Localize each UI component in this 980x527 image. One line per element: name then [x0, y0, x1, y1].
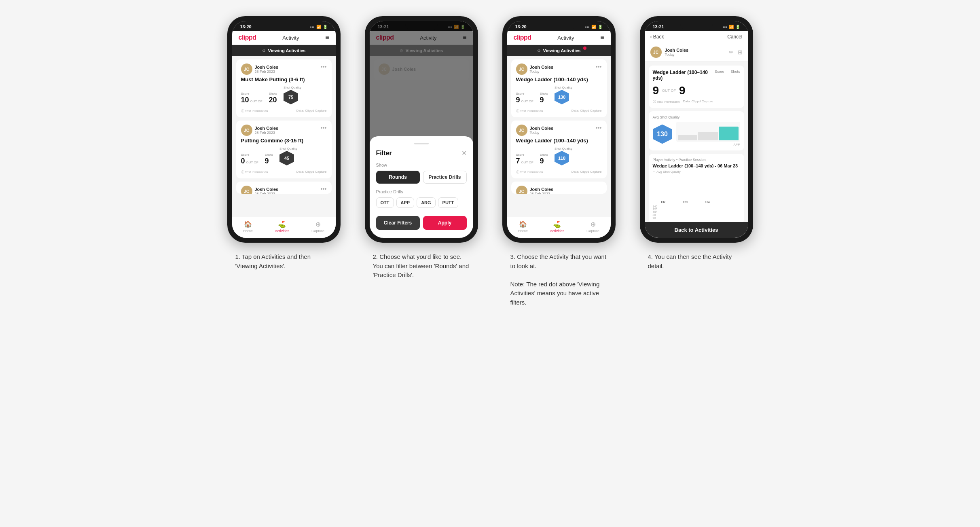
activity-card-3-1[interactable]: JC Josh Coles Today ••• Wedge Ladder (10… — [511, 59, 607, 117]
session-bar-4 — [719, 203, 740, 204]
phone-column-4: 13:21 ▪▪▪ 📶 🔋 ‹ Back Cancel JC — [636, 16, 757, 271]
capture-icon-3: ⊕ — [591, 220, 596, 228]
user-date-3-3: 28 Feb 2023 — [530, 192, 554, 194]
bar-4-2 — [698, 132, 718, 140]
phone-frame-3: 13:20 ▪▪▪ 📶 🔋 clippd Activity ≡ ⚙ — [502, 16, 616, 243]
clear-filters-btn[interactable]: Clear Filters — [376, 216, 420, 230]
capture-label-3: Capture — [586, 229, 599, 233]
user-name-3-1: Josh Coles — [530, 65, 554, 70]
card-stats-1-2: Score 0 OUT OF Shots 9 — [241, 147, 327, 165]
footer-right-1-2: Data: Clippd Capture — [296, 170, 327, 174]
player-activity-label-4: Player Activity • Practice Session — [653, 158, 740, 162]
nav-title-3: Activity — [557, 35, 574, 41]
session-bar-3: 124 — [697, 201, 718, 204]
card-dots-1-1[interactable]: ••• — [321, 63, 327, 70]
card-dots-3-1[interactable]: ••• — [596, 63, 602, 70]
screen-content-3: JC Josh Coles Today ••• Wedge Ladder (10… — [507, 56, 611, 217]
practice-toggle-btn[interactable]: Practice Drills — [423, 171, 467, 184]
back-btn-4[interactable]: ‹ Back — [650, 34, 664, 40]
user-info-1-3: Josh Coles 28 Feb 2023 — [255, 187, 279, 194]
drill-types-row: OTT APP ARG PUTT — [376, 197, 467, 208]
card-header-3-1: JC Josh Coles Today ••• — [516, 63, 602, 75]
menu-icon-1[interactable]: ≡ — [325, 34, 329, 41]
card-header-1-2: JC Josh Coles 28 Feb 2023 ••• — [241, 125, 327, 136]
wifi-icon: 📶 — [316, 25, 321, 29]
drill-arg[interactable]: ARG — [417, 197, 435, 208]
expand-icon-4[interactable]: ⊞ — [738, 49, 743, 55]
activity-card-1-2[interactable]: JC Josh Coles 28 Feb 2023 ••• Putting Co… — [236, 121, 332, 178]
shots-label-1-1: Shots — [269, 92, 277, 95]
screen-content-1: JC Josh Coles 28 Feb 2023 ••• Must Make … — [232, 56, 336, 217]
user-name-3-3: Josh Coles — [530, 187, 554, 192]
footer-right-1-1: Data: Clippd Capture — [296, 109, 327, 113]
detail-main-title-4: Wedge Ladder (100–140 yds) — [653, 70, 715, 81]
user-date-4: Today — [665, 53, 689, 57]
card-user-1-3: JC Josh Coles 28 Feb 2023 — [241, 186, 279, 194]
activities-label-1: Activities — [275, 229, 290, 233]
cancel-btn-4[interactable]: Cancel — [727, 34, 742, 40]
user-name-4: Josh Coles — [665, 48, 689, 53]
card-dots-1-3[interactable]: ••• — [321, 186, 327, 192]
back-to-activities-btn-4[interactable]: Back to Activities — [645, 222, 748, 238]
avg-quality-label-4: Avg Shot Quality — [653, 115, 740, 119]
activity-card-3-2[interactable]: JC Josh Coles Today ••• Wedge Ladder (10… — [511, 121, 607, 178]
activity-card-1-1[interactable]: JC Josh Coles 28 Feb 2023 ••• Must Make … — [236, 59, 332, 117]
filter-close-btn[interactable]: ✕ — [461, 149, 467, 157]
card-stats-1-1: Score 10 OUT OF Shots 20 — [241, 86, 327, 104]
detail-score-labels-4: Score Shots — [715, 70, 740, 81]
nav-home-1[interactable]: 🏠 Home — [243, 220, 253, 233]
score-out-of-3-2: 7 OUT OF — [516, 157, 533, 165]
phone-column-1: 13:20 ▪▪▪ 📶 🔋 clippd Activity ≡ ⚙ Vi — [223, 16, 345, 271]
description-3: 3. Choose the Activity that you want to … — [510, 252, 607, 307]
card-dots-1-2[interactable]: ••• — [321, 125, 327, 131]
edit-icon-4[interactable]: ✏ — [729, 49, 734, 55]
data-label-4: Data: Clippd Capture — [683, 99, 713, 104]
notch-4 — [680, 21, 713, 30]
menu-icon-3[interactable]: ≡ — [600, 34, 604, 41]
out-of-3-1: OUT OF — [521, 99, 533, 103]
card-header-1-3: JC Josh Coles 28 Feb 2023 ••• — [241, 186, 327, 194]
nav-capture-3[interactable]: ⊕ Capture — [586, 220, 599, 233]
nav-capture-1[interactable]: ⊕ Capture — [311, 220, 324, 233]
score-value-3-2: 7 — [516, 157, 520, 165]
score-label-3-1: Score — [516, 92, 533, 95]
drill-app[interactable]: APP — [396, 197, 415, 208]
session-title-4: Wedge Ladder (100–140 yds) - 06 Mar 23 — [653, 163, 740, 168]
bar-4-3 — [719, 127, 739, 140]
score-group-1-1: Score 10 OUT OF — [241, 92, 262, 104]
description-2: 2. Choose what you'd like to see. You ca… — [373, 252, 470, 280]
quality-hex-1-2: 45 — [279, 151, 294, 165]
card-header-1-1: JC Josh Coles 28 Feb 2023 ••• — [241, 63, 327, 75]
shots-value-3-1: 9 — [540, 96, 548, 104]
viewing-activities-bar-1[interactable]: ⚙ Viewing Activities — [232, 45, 336, 56]
test-info-4: ⓘ Test Information — [653, 99, 680, 104]
score-out-of-1-2: 0 OUT OF — [241, 157, 258, 165]
apply-btn[interactable]: Apply — [423, 216, 467, 230]
drill-putt[interactable]: PUTT — [438, 197, 459, 208]
phone-frame-1: 13:20 ▪▪▪ 📶 🔋 clippd Activity ≡ ⚙ Vi — [227, 16, 341, 243]
capture-icon-1: ⊕ — [315, 220, 321, 228]
nav-home-3[interactable]: 🏠 Home — [518, 220, 528, 233]
activities-label-3: Activities — [550, 229, 565, 233]
viewing-activities-bar-3[interactable]: ⚙ Viewing Activities — [507, 45, 611, 56]
drill-ott[interactable]: OTT — [376, 197, 394, 208]
nav-activities-1[interactable]: ⛳ Activities — [275, 220, 290, 233]
signal-icon-3: ▪▪▪ — [585, 25, 590, 29]
card-user-1-2: JC Josh Coles 28 Feb 2023 — [241, 125, 279, 136]
detail-actions-4: ✏ ⊞ — [729, 49, 743, 55]
card-dots-3-2[interactable]: ••• — [596, 125, 602, 131]
user-name-1-3: Josh Coles — [255, 187, 279, 192]
session-bar-1: 132 — [653, 201, 674, 204]
nav-activities-3[interactable]: ⛳ Activities — [550, 220, 565, 233]
rounds-toggle-btn[interactable]: Rounds — [376, 171, 420, 184]
detail-user-bar-4: JC Josh Coles Today ✏ ⊞ — [645, 43, 748, 61]
wifi-icon-3: 📶 — [591, 25, 596, 29]
score-value-1-1: 10 — [241, 96, 249, 104]
shots-label-3-2: Shots — [540, 153, 548, 157]
avatar-3-1: JC — [516, 63, 527, 75]
quality-group-3-2: Shot Quality 118 — [555, 147, 572, 165]
viewing-activities-label-1: Viewing Activities — [268, 48, 306, 53]
session-y-axis-4: 1401201008060 — [653, 205, 740, 219]
quality-group-3-1: Shot Quality 130 — [555, 86, 572, 104]
card-footer-1-2: ⓘ Test Information Data: Clippd Capture — [241, 168, 327, 174]
